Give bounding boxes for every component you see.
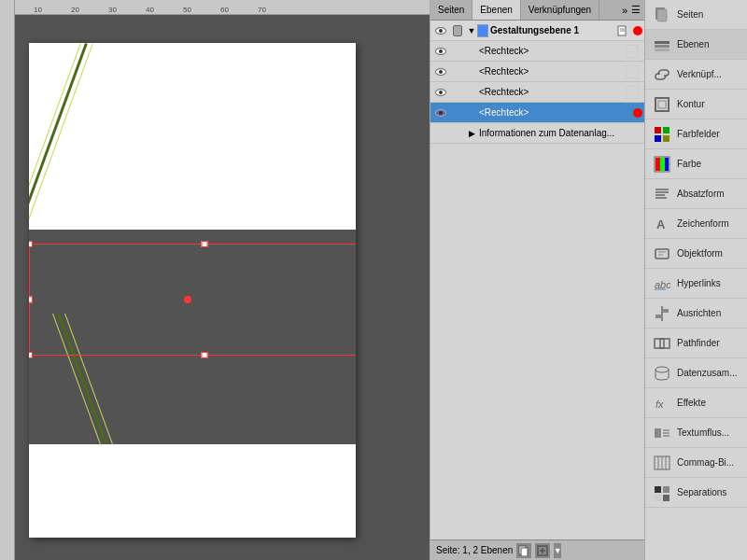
svg-text:fx: fx xyxy=(655,399,664,410)
layers-panel: Seiten Ebenen Verknüpfungen » ☰ ▼ xyxy=(430,0,644,560)
commag-icon xyxy=(651,452,673,474)
svg-rect-10 xyxy=(655,41,669,44)
tool-ausrichten[interactable]: Ausrichten xyxy=(645,299,747,329)
paragraph-icon xyxy=(651,183,673,205)
layer-row-info[interactable]: ▶ Informationen zum Datenanlag... xyxy=(430,123,644,144)
right-tool-panel: Seiten Ebenen Verknüpf... xyxy=(644,0,747,560)
tool-effekte-label: Effekte xyxy=(677,398,706,408)
layer-lock-4[interactable] xyxy=(449,103,466,123)
tool-objektform-label: Objektform xyxy=(677,248,723,259)
canvas-area: 10 20 30 40 50 60 70 xyxy=(0,0,430,560)
tool-absatzform-label: Absatzform xyxy=(677,189,725,199)
layer-visibility-1[interactable] xyxy=(432,41,449,62)
svg-rect-34 xyxy=(662,309,669,313)
app-container: 10 20 30 40 50 60 70 xyxy=(0,0,747,560)
tool-verknuepfungen-label: Verknüpf... xyxy=(677,69,722,79)
lock-icon xyxy=(453,25,462,36)
panel-more-button[interactable]: » ☰ xyxy=(618,0,644,20)
tool-ausrichten-label: Ausrichten xyxy=(677,308,721,318)
diagonal-yellow-top-right xyxy=(29,43,93,258)
layer-visibility-5[interactable] xyxy=(432,123,449,144)
layer-lock-toggle[interactable] xyxy=(449,21,466,41)
tool-zeichenform[interactable]: A Zeichenform xyxy=(645,209,747,239)
layer-expand-toggle[interactable]: ▼ xyxy=(466,26,477,35)
layers-icon xyxy=(651,34,673,56)
layer-visibility-4[interactable] xyxy=(432,103,449,123)
tool-farbfelder[interactable]: Farbfelder xyxy=(645,119,747,149)
tool-ebenen[interactable]: Ebenen xyxy=(645,30,747,60)
svg-rect-15 xyxy=(655,127,661,133)
layer-label-1: <Rechteck> xyxy=(477,46,626,56)
layer-label-3: <Rechteck> xyxy=(477,87,626,97)
tab-verknuepfungen[interactable]: Verknüpfungen xyxy=(521,0,599,20)
svg-rect-49 xyxy=(663,486,669,493)
svg-rect-35 xyxy=(655,315,662,318)
svg-rect-14 xyxy=(658,101,666,108)
panel-status-bar: Seite: 1, 2 Ebenen ▼ xyxy=(430,539,644,560)
svg-rect-11 xyxy=(655,45,669,48)
eye-icon xyxy=(435,27,446,35)
gray-band xyxy=(29,230,356,314)
svg-text:A: A xyxy=(656,217,666,231)
svg-rect-28 xyxy=(655,249,669,259)
tool-pathfinder[interactable]: Pathfinder xyxy=(645,329,747,358)
tool-separations[interactable]: Separations xyxy=(645,478,747,508)
tool-commag-bi[interactable]: Commag-Bi... xyxy=(645,448,747,478)
status-button-2[interactable] xyxy=(535,543,550,558)
layer-row-rechteck-2[interactable]: <Rechteck> xyxy=(430,62,644,82)
ruler-mark: 60 xyxy=(220,6,229,14)
layer-row-rechteck-3[interactable]: <Rechteck> xyxy=(430,82,644,103)
svg-rect-12 xyxy=(655,49,669,51)
tool-kontur[interactable]: Kontur xyxy=(645,90,747,119)
tool-zeichenform-label: Zeichenform xyxy=(677,218,729,229)
svg-rect-22 xyxy=(665,158,669,171)
layer-label-gestaltungsebene: Gestaltungsebene 1 xyxy=(488,25,616,35)
layer-lock-2[interactable] xyxy=(449,62,466,82)
ruler-mark: 30 xyxy=(108,6,117,14)
tab-seiten[interactable]: Seiten xyxy=(430,0,472,20)
data-icon xyxy=(651,362,673,385)
tool-farbe[interactable]: Farbe xyxy=(645,149,747,179)
status-button-1[interactable] xyxy=(516,543,531,558)
layer-lock-3[interactable] xyxy=(449,82,466,103)
ruler-corner xyxy=(0,0,15,15)
eye-icon xyxy=(435,48,446,55)
links-icon xyxy=(651,63,673,86)
svg-text:abc: abc xyxy=(655,279,670,290)
ruler-top: 10 20 30 40 50 60 70 xyxy=(0,0,430,15)
layer-lock-1[interactable] xyxy=(449,41,466,62)
hyperlink-icon: abc xyxy=(651,273,673,295)
layer-lock-5[interactable] xyxy=(449,123,466,144)
layer-visibility-3[interactable] xyxy=(432,82,449,103)
tool-textumfluss-label: Textumflus... xyxy=(677,427,729,438)
layer-page-icon xyxy=(616,24,629,37)
status-scroll[interactable]: ▼ xyxy=(554,543,561,558)
tool-seiten[interactable]: Seiten xyxy=(645,0,747,30)
layer-visibility-toggle[interactable] xyxy=(432,21,449,41)
tool-effekte[interactable]: fx Effekte xyxy=(645,388,747,418)
tab-ebenen[interactable]: Ebenen xyxy=(472,0,520,20)
textflow-icon xyxy=(651,422,673,444)
tool-seiten-label: Seiten xyxy=(677,9,703,20)
tool-textumfluss[interactable]: Textumflus... xyxy=(645,418,747,448)
layer-checkbox-1 xyxy=(626,45,639,58)
character-icon: A xyxy=(651,213,673,235)
layer-row-gestaltungsebene[interactable]: ▼ Gestaltungsebene 1 xyxy=(430,21,644,41)
layer-row-rechteck-1[interactable]: <Rechteck> xyxy=(430,41,644,62)
tool-verknuepfungen[interactable]: Verknüpf... xyxy=(645,60,747,90)
tool-hyperlinks[interactable]: abc Hyperlinks xyxy=(645,269,747,299)
layer-row-rechteck-4-selected[interactable]: <Rechteck> xyxy=(430,103,644,123)
tool-pathfinder-label: Pathfinder xyxy=(677,338,720,348)
tool-objektform[interactable]: Objektform xyxy=(645,239,747,269)
layer-visibility-2[interactable] xyxy=(432,62,449,82)
svg-point-38 xyxy=(655,367,669,372)
svg-rect-36 xyxy=(655,339,664,348)
tool-absatzform[interactable]: Absatzform xyxy=(645,179,747,209)
align-icon xyxy=(651,302,673,325)
tool-datenzusam[interactable]: Datenzusam... xyxy=(645,358,747,388)
layer-checkbox-3 xyxy=(626,86,639,99)
svg-rect-40 xyxy=(655,428,661,438)
layer-expand-info[interactable]: ▶ xyxy=(466,129,477,138)
layer-label-info: Informationen zum Datenanlag... xyxy=(477,128,642,138)
tool-farbfelder-label: Farbfelder xyxy=(677,129,720,139)
